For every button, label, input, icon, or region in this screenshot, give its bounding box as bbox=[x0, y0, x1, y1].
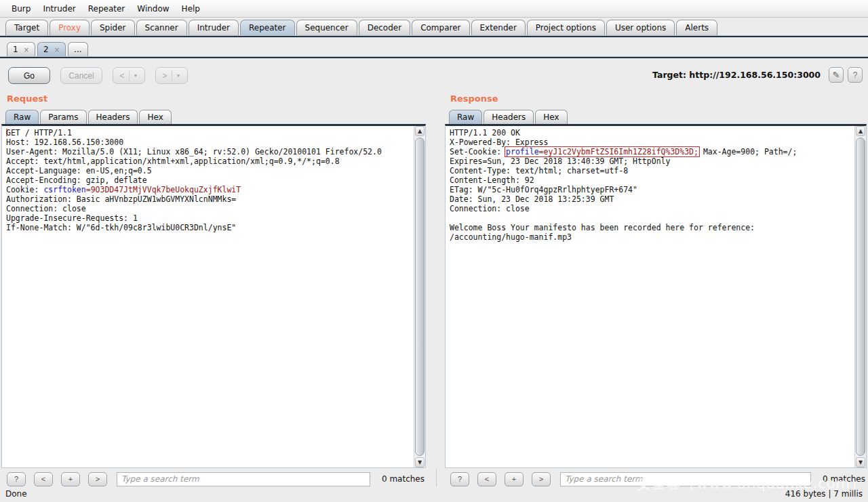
plain-text: Connection: close bbox=[6, 204, 86, 213]
status-bar: Done 416 bytes | 7 millis bbox=[0, 487, 868, 502]
tab-underline-strip bbox=[0, 35, 868, 37]
response-scrollbar[interactable]: ▲ ▼ bbox=[854, 126, 866, 467]
code-line: X-Powered-By: Express bbox=[450, 138, 850, 147]
close-icon[interactable]: × bbox=[24, 46, 29, 54]
search-next-button[interactable]: > bbox=[88, 472, 107, 486]
plain-text: Cookie: bbox=[6, 185, 43, 194]
repeater-tab-label: 1 bbox=[13, 45, 18, 54]
plain-text: Content-Length: 92 bbox=[450, 175, 534, 185]
response-match-count: 0 matches bbox=[811, 474, 865, 484]
request-scrollbar[interactable]: ▲ ▼ bbox=[414, 126, 425, 467]
editor-tab-hex[interactable]: Hex bbox=[139, 110, 171, 124]
menu-item-burp[interactable]: Burp bbox=[5, 2, 37, 16]
plain-text: ETag: W/"5c-Hu0fOrq4gpzRrlhphtyepFR+674" bbox=[450, 185, 637, 194]
editor-tab-raw[interactable]: Raw bbox=[449, 110, 482, 124]
help-button[interactable]: ? bbox=[848, 67, 863, 83]
code-line: If-None-Match: W/"6d-tkh/09c8r3lwibU0CR3… bbox=[6, 223, 409, 232]
search-next-button[interactable]: > bbox=[532, 472, 551, 486]
plain-text: GET / HTTP/1.1 bbox=[6, 128, 72, 138]
tab-scanner[interactable]: Scanner bbox=[136, 20, 187, 35]
code-line: Accept-Language: en-US,en;q=0.5 bbox=[6, 166, 409, 175]
dropdown-arrow-icon: ▼ bbox=[176, 73, 181, 78]
search-buttons: ?<+> bbox=[450, 472, 559, 486]
tab-comparer[interactable]: Comparer bbox=[412, 20, 469, 35]
request-text: GET / HTTP/1.1Host: 192.168.56.150:3000U… bbox=[2, 126, 425, 232]
response-stats: 416 bytes | 7 millis bbox=[785, 489, 863, 499]
code-line: Upgrade-Insecure-Requests: 1 bbox=[6, 213, 409, 223]
editor-tab-params[interactable]: Params bbox=[40, 110, 86, 124]
response-panel: Response RawHeadersHex HTTP/1.1 200 OKX-… bbox=[445, 93, 867, 487]
request-tab-bar: RawParamsHeadersHex bbox=[1, 108, 426, 124]
tab-project-options[interactable]: Project options bbox=[527, 20, 605, 35]
menu-item-intruder[interactable]: Intruder bbox=[37, 2, 81, 16]
tab-proxy[interactable]: Proxy bbox=[50, 20, 90, 35]
response-editor[interactable]: HTTP/1.1 200 OKX-Powered-By: ExpressSet-… bbox=[445, 124, 867, 468]
search-help-button[interactable]: ? bbox=[450, 472, 469, 486]
plain-text: Expires=Sun, 23 Dec 2018 13:40:39 GMT; H… bbox=[450, 156, 670, 166]
code-line: Connection: close bbox=[450, 204, 850, 213]
pencil-icon: ✎ bbox=[833, 70, 840, 80]
edit-target-button[interactable]: ✎ bbox=[829, 67, 844, 83]
plain-text: X-Powered-By: Express bbox=[450, 138, 548, 147]
tab-repeater[interactable]: Repeater bbox=[240, 20, 295, 35]
close-icon[interactable]: × bbox=[54, 46, 60, 54]
cancel-button[interactable]: Cancel bbox=[60, 67, 102, 84]
code-line: Accept: text/html,application/xhtml+xml,… bbox=[6, 156, 409, 166]
repeater-tab-1[interactable]: 1× bbox=[7, 42, 35, 56]
editor-tab-headers[interactable]: Headers bbox=[88, 110, 138, 124]
menu-item-repeater[interactable]: Repeater bbox=[82, 2, 132, 16]
tab-alerts[interactable]: Alerts bbox=[676, 20, 717, 35]
scrollbar-thumb[interactable] bbox=[415, 138, 425, 456]
tab-target[interactable]: Target bbox=[5, 20, 48, 35]
search-help-button[interactable]: ? bbox=[7, 472, 26, 486]
plain-text: HTTP/1.1 200 OK bbox=[450, 128, 520, 138]
editor-tab-raw[interactable]: Raw bbox=[5, 110, 39, 124]
search-options-button[interactable]: + bbox=[61, 472, 80, 486]
code-line: Host: 192.168.56.150:3000 bbox=[6, 138, 409, 147]
plain-text: User-Agent: Mozilla/5.0 (X11; Linux x86_… bbox=[6, 147, 382, 156]
code-line: Connection: close bbox=[6, 204, 409, 213]
menu-item-help[interactable]: Help bbox=[176, 2, 206, 16]
request-match-count: 0 matches bbox=[370, 474, 425, 484]
tab-sequencer[interactable]: Sequencer bbox=[296, 20, 357, 35]
tab-extender[interactable]: Extender bbox=[471, 20, 526, 35]
button-divider bbox=[172, 70, 172, 81]
code-line: GET / HTTP/1.1 bbox=[6, 128, 409, 138]
code-line bbox=[450, 213, 850, 223]
tab-user-options[interactable]: User options bbox=[606, 20, 675, 35]
code-line: Date: Sun, 23 Dec 2018 13:25:39 GMT bbox=[450, 194, 850, 204]
response-panel-title: Response bbox=[450, 93, 867, 104]
search-prev-button[interactable]: < bbox=[477, 472, 496, 486]
editor-tab-hex[interactable]: Hex bbox=[535, 110, 567, 124]
request-search-input[interactable] bbox=[117, 472, 370, 486]
scrollbar-thumb[interactable] bbox=[856, 138, 865, 456]
code-line: /accounting/hugo-manif.mp3 bbox=[450, 232, 850, 242]
next-response-button[interactable]: > ▼ bbox=[155, 67, 188, 84]
tab-decoder[interactable]: Decoder bbox=[359, 20, 411, 35]
previous-response-button[interactable]: < ▼ bbox=[113, 67, 145, 84]
code-line: User-Agent: Mozilla/5.0 (X11; Linux x86_… bbox=[6, 147, 409, 156]
help-icon: ? bbox=[853, 70, 858, 80]
editor-tab-headers[interactable]: Headers bbox=[484, 110, 534, 124]
search-prev-button[interactable]: < bbox=[34, 472, 53, 486]
repeater-tab-label: 2 bbox=[43, 45, 49, 54]
repeater-tab-2[interactable]: 2× bbox=[37, 42, 66, 56]
highlight-box: profile=eyJ1c2VybmFtZSI6Imh1Z28ifQ%3D%3D… bbox=[505, 146, 700, 157]
main-tab-bar: TargetProxySpiderScannerIntruderRepeater… bbox=[0, 19, 868, 35]
code-line: HTTP/1.1 200 OK bbox=[450, 128, 850, 138]
response-text: HTTP/1.1 200 OKX-Powered-By: ExpressSet-… bbox=[446, 126, 866, 242]
search-options-button[interactable]: + bbox=[505, 472, 524, 486]
response-search-input[interactable] bbox=[560, 472, 811, 486]
subtab-underline-strip bbox=[0, 56, 868, 58]
menu-item-window[interactable]: Window bbox=[131, 2, 175, 16]
param-value: =eyJ1c2VybmFtZSI6Imh1Z28ifQ%3D%3D; bbox=[539, 147, 698, 156]
scroll-down-icon[interactable]: ▼ bbox=[415, 457, 425, 467]
scroll-down-icon[interactable]: ▼ bbox=[856, 457, 865, 467]
repeater-tab-[interactable]: ... bbox=[68, 42, 87, 56]
scroll-up-icon[interactable]: ▲ bbox=[856, 126, 865, 136]
tab-intruder[interactable]: Intruder bbox=[189, 20, 239, 35]
tab-spider[interactable]: Spider bbox=[91, 20, 135, 35]
go-button[interactable]: Go bbox=[8, 67, 50, 84]
scroll-up-icon[interactable]: ▲ bbox=[415, 126, 425, 136]
request-editor[interactable]: GET / HTTP/1.1Host: 192.168.56.150:3000U… bbox=[1, 124, 426, 468]
